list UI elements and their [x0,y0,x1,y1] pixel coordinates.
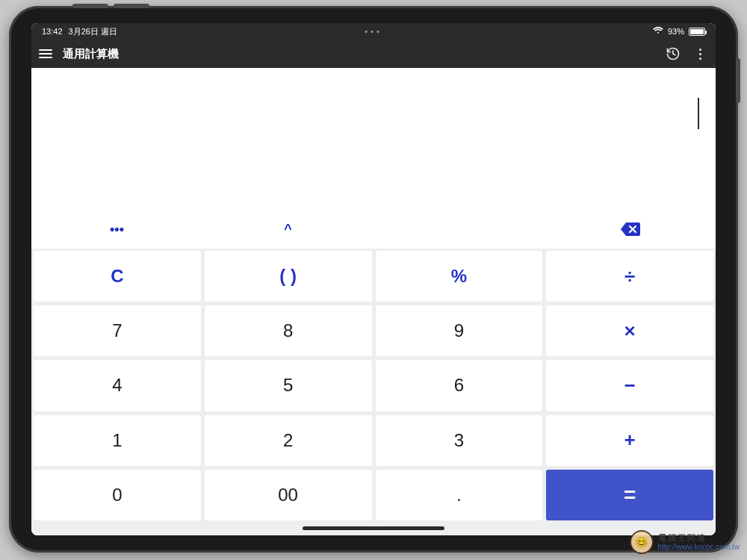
status-time: 13:42 [42,27,63,36]
percent-button[interactable]: % [376,251,543,302]
digit-6-button[interactable]: 6 [376,360,543,411]
app-bar: 通用計算機 [31,40,716,68]
multitask-pill[interactable]: ••• [365,27,382,36]
status-date: 3月26日 週日 [69,26,117,37]
function-strip: ••• ^ [31,210,716,249]
overflow-icon[interactable] [692,46,708,62]
volume-down-hw [114,4,149,8]
digit-5-button[interactable]: 5 [205,360,372,411]
watermark-avatar-icon: 😊 [630,530,654,554]
site-watermark: 😊 電腦王阿達 http://www.kocpc.com.tw [630,530,740,554]
digit-3-button[interactable]: 3 [376,415,543,466]
digit-7-button[interactable]: 7 [34,305,201,356]
wifi-icon [653,27,663,36]
tablet-frame: 13:42 3月26日 週日 ••• 93% 通用計算機 [9,6,738,553]
digit-00-button[interactable]: 00 [205,470,372,520]
power-hw [736,58,740,103]
watermark-title: 電腦王阿達 [658,533,740,542]
digit-1-button[interactable]: 1 [34,415,201,466]
equals-button[interactable]: = [546,470,713,520]
digit-2-button[interactable]: 2 [205,415,372,466]
backspace-icon [619,221,642,237]
multiply-button[interactable]: × [546,305,713,356]
digit-9-button[interactable]: 9 [376,305,543,356]
keypad: C ( ) % ÷ 7 8 9 × 4 5 6 − 1 2 3 + 0 00 .… [31,249,716,535]
home-indicator[interactable] [303,526,444,530]
clear-button[interactable]: C [34,251,201,302]
digit-8-button[interactable]: 8 [205,305,372,356]
watermark-url: http://www.kocpc.com.tw [658,543,740,551]
digit-0-button[interactable]: 0 [34,470,201,520]
more-functions-button[interactable]: ••• [31,222,202,237]
calc-display[interactable] [31,68,716,210]
battery-icon [689,28,705,36]
menu-icon[interactable] [39,48,52,60]
screen: 13:42 3月26日 週日 ••• 93% 通用計算機 [31,23,716,535]
volume-up-hw [72,4,108,8]
history-icon[interactable] [665,46,681,62]
app-title: 通用計算機 [63,47,119,61]
plus-button[interactable]: + [546,415,713,466]
paren-button[interactable]: ( ) [205,251,372,302]
power-op-button[interactable]: ^ [202,222,374,237]
text-cursor [698,98,699,129]
backspace-button[interactable] [545,221,716,237]
battery-pct: 93% [668,27,684,36]
decimal-button[interactable]: . [376,470,543,520]
digit-4-button[interactable]: 4 [34,360,201,411]
status-bar: 13:42 3月26日 週日 ••• 93% [31,23,716,40]
divide-button[interactable]: ÷ [546,251,713,302]
minus-button[interactable]: − [546,360,713,411]
